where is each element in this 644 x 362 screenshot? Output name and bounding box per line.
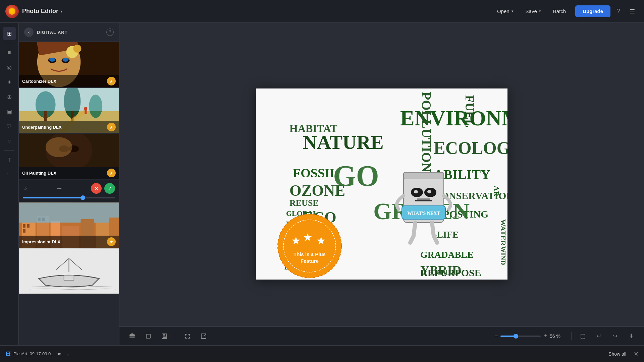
impressionist-label-bar: Impressionist DLX ★ (19, 236, 119, 248)
resize-button[interactable] (577, 330, 589, 342)
adj-slider-thumb (80, 195, 85, 200)
zoom-slider[interactable] (500, 336, 541, 337)
batch-button[interactable]: Batch (547, 6, 572, 17)
menu-button[interactable]: ☰ (626, 5, 639, 18)
svg-text:ENVIRONMENTAL: ENVIRONMENTAL (400, 106, 507, 130)
eye-tool-button[interactable]: ◎ (3, 61, 16, 74)
tool-divider-1 (4, 43, 14, 43)
svg-rect-74 (404, 172, 444, 179)
save-bottom-button[interactable] (158, 330, 170, 342)
toolbar-separator-2 (571, 332, 572, 340)
statusbar-close-button[interactable]: ✕ (634, 350, 639, 358)
save-icon (161, 333, 168, 340)
oil-painting-star-badge: ★ (107, 169, 116, 177)
svg-text:WHAT'S NEXT: WHAT'S NEXT (407, 211, 440, 216)
crop-bottom-button[interactable] (142, 330, 154, 342)
svg-point-83 (281, 218, 338, 275)
svg-text:NATURE: NATURE (303, 131, 384, 153)
svg-rect-95 (163, 334, 165, 336)
download-button[interactable]: ⬇ (625, 330, 637, 342)
svg-rect-16 (19, 88, 119, 111)
impressionist-label: Impressionist DLX (22, 239, 60, 244)
adj-slider-row (23, 197, 115, 198)
sidebar-help-button[interactable]: ? (106, 28, 114, 36)
main-canvas: HYDRO ENERGY NATURE HABITAT FOSSIL OZONE… (119, 23, 644, 345)
crop-tool-button[interactable]: ▣ (3, 105, 16, 118)
app-logo-inner (9, 8, 15, 15)
zoom-in-button[interactable]: + (543, 333, 547, 340)
circle-tool-button[interactable]: ○ (3, 134, 16, 148)
tool-panel: ⊞ ≡ ◎ ✦ ⊕ ▣ ♡ ○ T ⌒ (0, 23, 19, 345)
cartoonizer-label: Cartoonizer DLX (22, 79, 56, 84)
svg-text:★: ★ (303, 231, 313, 243)
topbar: Photo Editor ▾ Open ▾ Save ▾ Batch Upgra… (0, 0, 644, 23)
upgrade-button[interactable]: Upgrade (575, 5, 610, 17)
svg-rect-91 (129, 337, 135, 338)
svg-point-8 (73, 45, 81, 53)
sidebar-back-button[interactable]: ‹ (24, 27, 34, 37)
cartoonizer-label-bar: Cartoonizer DLX ★ (19, 75, 119, 87)
svg-rect-18 (85, 110, 87, 114)
svg-point-77 (414, 190, 418, 193)
svg-text:GRADABLE: GRADABLE (420, 249, 474, 260)
svg-text:This is a Plus: This is a Plus (293, 251, 326, 257)
open-new-window-button[interactable] (198, 330, 210, 342)
underpainting-dlx-card[interactable]: Underpainting DLX ★ (19, 88, 119, 133)
svg-rect-12 (44, 111, 47, 121)
undo-button[interactable]: ↩ (593, 330, 605, 342)
adj-confirm-button[interactable]: ✓ (104, 183, 115, 194)
layers-tool-button[interactable]: ≡ (3, 46, 16, 59)
zoom-slider-thumb (514, 334, 518, 339)
svg-text:★: ★ (316, 235, 326, 247)
open-window-icon (200, 333, 207, 340)
svg-rect-40 (64, 275, 74, 280)
brush-tool-button[interactable]: ⌒ (3, 168, 16, 182)
adj-slider[interactable] (23, 197, 115, 198)
app-logo (5, 5, 19, 18)
svg-text:REUSE: REUSE (289, 198, 319, 208)
oil-painting-dlx-card[interactable]: Oil Painting DLX ★ (19, 134, 119, 179)
impressionist-dlx-card[interactable]: Impressionist DLX ★ (19, 202, 119, 248)
svg-point-23 (46, 137, 72, 157)
tool-divider-2 (4, 150, 14, 151)
help-button[interactable]: ? (612, 5, 625, 18)
adj-cancel-button[interactable]: ✕ (91, 183, 102, 194)
svg-rect-27 (27, 224, 30, 228)
adj-sliders-icon: ⊶ (57, 186, 62, 191)
svg-text:ECOLOGY: ECOLOGY (434, 138, 507, 158)
zoom-out-button[interactable]: − (494, 333, 498, 340)
svg-point-17 (84, 107, 87, 110)
show-all-button[interactable]: Show all (604, 349, 631, 359)
svg-rect-96 (163, 337, 166, 338)
adj-slider-fill (23, 197, 83, 198)
svg-text:GO: GO (333, 160, 379, 192)
svg-rect-93 (146, 334, 150, 338)
save-button[interactable]: Save ▾ (520, 6, 547, 17)
redo-button[interactable]: ↪ (609, 330, 621, 342)
cartoonizer-dlx-card[interactable]: Cartoonizer DLX ★ (19, 42, 119, 87)
heart-tool-button[interactable]: ♡ (3, 120, 16, 133)
svg-point-5 (63, 58, 69, 62)
layers-icon (129, 333, 136, 340)
node-tool-button[interactable]: ⊕ (3, 90, 16, 104)
adj-actions: ✕ ✓ (91, 183, 115, 194)
statusbar-file-info: 🖼 PicsArt_09-17-09.0....jpg ⌄ (5, 351, 72, 357)
open-button[interactable]: Open ▾ (491, 6, 520, 17)
adj-favorite-icon[interactable]: ☆ (23, 185, 28, 192)
fit-screen-button[interactable] (181, 330, 194, 342)
svg-point-4 (49, 58, 55, 62)
bottom-toolbar: − + 56 % ↩ ↪ ⬇ (119, 326, 644, 345)
fit-screen-icon (184, 333, 191, 340)
view-tool-button[interactable]: ⊞ (3, 27, 16, 40)
text-tool-button[interactable]: T (3, 154, 16, 167)
svg-text:★: ★ (291, 235, 301, 247)
svg-rect-28 (23, 229, 25, 233)
svg-text:POLLUTION: POLLUTION (419, 92, 434, 172)
oil-painting-label-bar: Oil Painting DLX ★ (19, 167, 119, 179)
statusbar-expand-button[interactable]: ⌄ (64, 351, 72, 357)
layers-bottom-button[interactable] (126, 330, 138, 342)
sparkle-tool-button[interactable]: ✦ (3, 75, 16, 89)
crop-icon (145, 333, 152, 340)
sketch-card[interactable] (19, 248, 119, 294)
canvas-container: HYDRO ENERGY NATURE HABITAT FOSSIL OZONE… (256, 88, 507, 280)
